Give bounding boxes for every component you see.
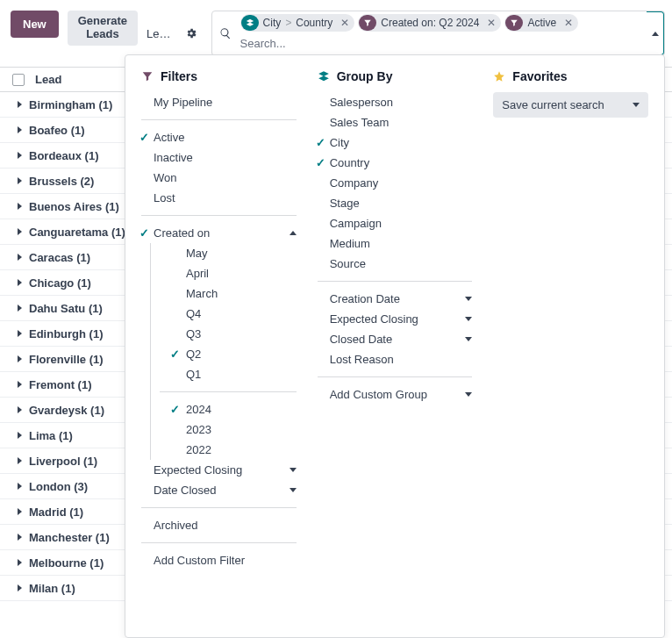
- filter-option[interactable]: 2022: [172, 440, 297, 460]
- facet-chip: Created on: Q2 2024✕: [358, 14, 501, 32]
- add-custom-group[interactable]: Add Custom Group: [318, 384, 473, 405]
- filter-inactive[interactable]: Inactive: [141, 147, 297, 168]
- filter-archived[interactable]: Archived: [141, 515, 297, 535]
- filter-option[interactable]: ✓Q2: [172, 344, 297, 364]
- group-label: Bordeaux (1): [29, 149, 98, 162]
- breadcrumb[interactable]: Le…: [147, 27, 170, 40]
- groupby-date-option[interactable]: Creation Date: [318, 289, 473, 309]
- filter-active[interactable]: ✓Active: [141, 127, 297, 147]
- filters-column: Filters My Pipeline ✓Active Inactive Won…: [141, 69, 297, 623]
- expand-icon: [18, 483, 22, 490]
- layers-icon: [318, 70, 330, 82]
- filter-option[interactable]: Q1: [172, 364, 297, 384]
- expand-icon: [18, 508, 22, 515]
- group-label: Liverpool (1): [29, 455, 97, 468]
- groupby-lost-reason[interactable]: Lost Reason: [318, 349, 473, 369]
- expand-icon: [18, 432, 22, 439]
- groupby-option[interactable]: Company: [318, 173, 473, 193]
- group-label: Gvardeysk (1): [29, 404, 104, 417]
- groupby-date-option[interactable]: Closed Date: [318, 329, 473, 349]
- group-label: Melbourne (1): [29, 556, 104, 570]
- add-custom-filter[interactable]: Add Custom Filter: [141, 550, 297, 570]
- group-label: Milan (1): [29, 582, 75, 595]
- facet-label: City: [259, 17, 286, 29]
- search-icon[interactable]: [212, 11, 239, 55]
- group-label: Canguaretama (1): [29, 226, 125, 239]
- group-label: Brussels (2): [29, 175, 94, 188]
- filter-option[interactable]: ✓2024: [172, 399, 297, 419]
- gear-icon[interactable]: [185, 27, 197, 39]
- group-label: Dahu Satu (1): [29, 302, 103, 315]
- filter-option[interactable]: Q4: [172, 304, 297, 324]
- favorites-heading: Favorites: [493, 69, 648, 83]
- group-label: Boafeo (1): [29, 124, 85, 137]
- group-label: Buenos Aires (1): [29, 200, 119, 213]
- expand-icon: [18, 330, 22, 337]
- groupby-option[interactable]: Sales Team: [318, 112, 473, 133]
- filter-created-on[interactable]: ✓Created on: [141, 223, 297, 243]
- groupby-option[interactable]: Source: [318, 254, 473, 274]
- group-label: Florenville (1): [29, 353, 104, 366]
- group-label: Birmingham (1): [29, 98, 112, 111]
- group-label: Edinburgh (1): [29, 327, 104, 341]
- layers-icon: [241, 15, 259, 31]
- save-current-search-button[interactable]: Save current search: [493, 92, 648, 118]
- expand-icon: [18, 203, 22, 210]
- expand-icon: [18, 254, 22, 261]
- filter-icon: [359, 15, 376, 31]
- search-options-panel: Filters My Pipeline ✓Active Inactive Won…: [125, 54, 665, 638]
- expand-icon: [18, 305, 22, 312]
- filter-option[interactable]: May: [172, 243, 297, 263]
- group-label: Madrid (1): [29, 505, 83, 519]
- favorites-column: Favorites Save current search: [493, 69, 648, 623]
- filter-option[interactable]: 2023: [172, 419, 297, 440]
- expand-icon: [18, 126, 22, 133]
- expand-icon: [18, 279, 22, 286]
- groupby-option[interactable]: ✓Country: [318, 153, 473, 173]
- expand-icon: [18, 584, 22, 591]
- facet-label: Created on: Q2 2024: [376, 17, 483, 29]
- filter-option[interactable]: March: [172, 283, 297, 304]
- chip-zone: City>Country✕Created on: Q2 2024✕Active✕: [239, 11, 647, 55]
- search-options-toggle[interactable]: [647, 11, 664, 55]
- remove-facet[interactable]: ✕: [483, 17, 499, 29]
- group-label: Chicago (1): [29, 276, 91, 290]
- search-input[interactable]: [240, 35, 645, 53]
- expand-icon: [18, 152, 22, 159]
- groupby-option[interactable]: Campaign: [318, 213, 473, 233]
- groupby-items: SalespersonSales Team✓City✓CountryCompan…: [318, 92, 473, 274]
- expand-icon: [18, 355, 22, 362]
- groupby-date-option[interactable]: Expected Closing: [318, 309, 473, 329]
- expand-icon: [18, 534, 22, 541]
- filter-icon: [141, 70, 154, 82]
- select-all-checkbox[interactable]: [12, 74, 25, 86]
- remove-facet[interactable]: ✕: [561, 17, 576, 29]
- groupby-option[interactable]: ✓City: [318, 133, 473, 153]
- groupby-option[interactable]: Salesperson: [318, 92, 473, 112]
- expand-icon: [18, 101, 22, 108]
- filter-expected-closing[interactable]: Expected Closing: [141, 460, 297, 480]
- expand-icon: [18, 559, 22, 566]
- column-header-lead[interactable]: Lead: [35, 73, 61, 86]
- facet-chip: Active✕: [504, 14, 578, 32]
- new-button[interactable]: New: [11, 11, 59, 38]
- filter-option[interactable]: Q3: [172, 324, 297, 344]
- generate-leads-button[interactable]: Generate Leads: [68, 11, 138, 46]
- groupby-option[interactable]: Stage: [318, 193, 473, 213]
- filter-created-on-years: ✓202420232022: [151, 399, 297, 460]
- remove-facet[interactable]: ✕: [337, 17, 353, 29]
- filters-heading: Filters: [141, 69, 297, 83]
- group-label: Caracas (1): [29, 251, 90, 264]
- filter-date-closed[interactable]: Date Closed: [141, 480, 297, 500]
- expand-icon: [18, 228, 22, 235]
- filter-lost[interactable]: Lost: [141, 188, 297, 208]
- filter-won[interactable]: Won: [141, 168, 297, 188]
- search-bar: City>Country✕Created on: Q2 2024✕Active✕: [211, 11, 665, 56]
- filter-option[interactable]: April: [172, 263, 297, 283]
- groupby-dates: Creation DateExpected ClosingClosed Date: [318, 289, 473, 349]
- filter-created-on-periods: MayAprilMarchQ4Q3✓Q2Q1: [151, 243, 297, 384]
- star-icon: [493, 70, 505, 82]
- filter-my-pipeline[interactable]: My Pipeline: [141, 92, 297, 112]
- expand-icon: [18, 381, 22, 388]
- groupby-option[interactable]: Medium: [318, 233, 473, 254]
